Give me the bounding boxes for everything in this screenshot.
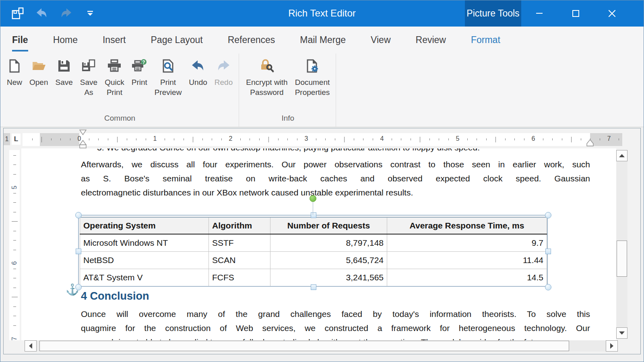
ruler-tick bbox=[146, 138, 146, 140]
selection-handle-top-right[interactable] bbox=[545, 212, 551, 218]
ribbon-button-document-properties[interactable]: Document Properties bbox=[291, 55, 334, 97]
tab-references[interactable]: References bbox=[228, 27, 275, 53]
tab-review[interactable]: Review bbox=[416, 27, 446, 53]
paragraph: Afterwards, we discuss all four experime… bbox=[81, 157, 590, 200]
ruler-tick bbox=[259, 138, 260, 140]
tab-format[interactable]: Format bbox=[471, 27, 500, 53]
document-table[interactable]: Operating SystemAlgorithmNumber of Reque… bbox=[80, 217, 547, 286]
table-header-row: Operating SystemAlgorithmNumber of Reque… bbox=[80, 217, 547, 234]
scroll-left-button[interactable] bbox=[25, 340, 37, 352]
table-cell[interactable]: SCAN bbox=[209, 251, 270, 269]
ribbon-button-print[interactable]: ?Print bbox=[128, 55, 151, 87]
save-as-icon[interactable] bbox=[10, 6, 25, 21]
selection-handle-middle-left[interactable] bbox=[76, 249, 81, 254]
ribbon-button-save-as[interactable]: Save As bbox=[76, 55, 101, 97]
indent-marker[interactable] bbox=[78, 129, 87, 149]
ruler-tick bbox=[495, 137, 496, 142]
ruler-tick bbox=[13, 165, 16, 165]
ruler-tick bbox=[13, 212, 16, 212]
tab-file[interactable]: File bbox=[12, 27, 28, 53]
maximize-button[interactable] bbox=[557, 0, 594, 27]
selection-handle-bottom-center[interactable] bbox=[311, 284, 316, 290]
table-header-cell: Number of Requests bbox=[270, 217, 387, 234]
ribbon-button-new[interactable]: New bbox=[3, 55, 26, 87]
rotation-handle[interactable] bbox=[310, 195, 316, 202]
tab-stop-selector[interactable]: L bbox=[12, 134, 21, 145]
table-cell[interactable]: 14.5 bbox=[387, 269, 547, 286]
ribbon-button-save[interactable]: Save bbox=[52, 55, 76, 87]
ribbon-button-open[interactable]: Open bbox=[26, 55, 52, 87]
selection-handle-middle-right[interactable] bbox=[545, 249, 551, 254]
table-cell[interactable]: 8,797,148 bbox=[270, 234, 387, 251]
arrow-down-icon bbox=[619, 331, 625, 335]
ribbon-button-redo[interactable]: Redo bbox=[211, 55, 236, 87]
ruler-number: 2 bbox=[227, 135, 235, 142]
vertical-ruler: 567 bbox=[9, 150, 20, 340]
ruler-tick bbox=[278, 138, 279, 140]
undo-icon[interactable] bbox=[35, 6, 49, 21]
redo-icon[interactable] bbox=[59, 6, 73, 21]
ruler-tick bbox=[448, 138, 449, 140]
clipped-paragraph-line: 3. We degraded Ounce on our own desktop … bbox=[81, 148, 590, 154]
ruler-left-margin-zone bbox=[40, 133, 79, 146]
table-cell[interactable]: AT&T System V bbox=[80, 269, 209, 286]
ruler-tick bbox=[13, 288, 16, 288]
ruler-tick bbox=[619, 138, 619, 140]
print-icon: ? bbox=[132, 58, 147, 74]
ribbon-button-encrypt-with-password[interactable]: Encrypt with Password bbox=[242, 55, 291, 97]
ruler-tick bbox=[12, 221, 18, 222]
ruler-tick bbox=[581, 138, 581, 140]
table-cell[interactable]: 5,645,724 bbox=[270, 251, 387, 269]
close-button[interactable] bbox=[594, 0, 630, 27]
table-cell[interactable]: FCFS bbox=[209, 269, 270, 286]
ruler-tick bbox=[514, 138, 515, 140]
quick-print-icon bbox=[107, 58, 122, 74]
document-editing-surface[interactable]: 3. We degraded Ounce on our own desktop … bbox=[21, 148, 616, 340]
ruler-tick bbox=[165, 138, 165, 140]
table-cell[interactable]: SSTF bbox=[209, 234, 270, 251]
table-cell[interactable]: 11.44 bbox=[387, 251, 547, 269]
tab-mail-merge[interactable]: Mail Merge bbox=[300, 27, 346, 53]
right-indent-marker[interactable] bbox=[586, 139, 594, 147]
ribbon-button-undo[interactable]: Undo bbox=[185, 55, 211, 87]
tab-home[interactable]: Home bbox=[53, 27, 78, 53]
table-cell[interactable]: NetBSD bbox=[80, 251, 209, 269]
ribbon-button-row: Encrypt with PasswordDocument Properties bbox=[242, 55, 333, 112]
ribbon-button-quick-print[interactable]: Quick Print bbox=[101, 55, 128, 97]
tab-view[interactable]: View bbox=[371, 27, 390, 53]
ruler-tick bbox=[41, 137, 42, 142]
ribbon-button-print-preview[interactable]: Print Preview bbox=[151, 55, 186, 97]
ruler-tick bbox=[221, 138, 222, 140]
anchor-icon[interactable]: ⚓ bbox=[66, 284, 79, 295]
table-cell[interactable]: 3,241,565 bbox=[270, 269, 387, 286]
tab-insert[interactable]: Insert bbox=[103, 27, 126, 53]
minimize-button[interactable] bbox=[521, 0, 557, 27]
selection-handle-top-center[interactable] bbox=[311, 212, 316, 218]
table-cell[interactable]: 9.7 bbox=[387, 234, 547, 251]
table-cell[interactable]: Microsoft Windows NT bbox=[80, 234, 209, 251]
selection-handle-bottom-right[interactable] bbox=[545, 284, 551, 290]
picture-tools-contextual-tab[interactable]: Picture Tools bbox=[465, 0, 521, 27]
arrow-left-icon bbox=[29, 343, 32, 349]
tab-page-layout[interactable]: Page Layout bbox=[151, 27, 203, 53]
document-properties-icon bbox=[305, 58, 319, 74]
selection-handle-top-left[interactable] bbox=[75, 212, 82, 218]
ruler-tick bbox=[439, 138, 439, 140]
scroll-up-button[interactable] bbox=[616, 150, 627, 161]
print-preview-icon bbox=[161, 58, 175, 74]
ribbon-button-label: Save bbox=[56, 77, 73, 87]
ribbon-button-label: Open bbox=[29, 77, 48, 87]
customize-quick-access-icon[interactable] bbox=[83, 6, 97, 21]
scroll-down-button[interactable] bbox=[616, 327, 627, 339]
ruler-tick bbox=[354, 138, 354, 140]
horizontal-scrollbar[interactable] bbox=[25, 340, 618, 352]
table-header-cell: Operating System bbox=[80, 217, 209, 234]
vertical-scrollbar[interactable] bbox=[616, 150, 627, 339]
table-header-cell: Algorithm bbox=[209, 217, 270, 234]
ribbon-button-label: Print Preview bbox=[155, 77, 182, 97]
horizontal-scrollbar-thumb[interactable] bbox=[39, 341, 569, 351]
vertical-scrollbar-thumb[interactable] bbox=[617, 241, 627, 277]
ruler-number: 6 bbox=[10, 259, 19, 267]
scroll-right-button[interactable] bbox=[606, 340, 618, 352]
ribbon-button-label: Print bbox=[132, 77, 147, 87]
